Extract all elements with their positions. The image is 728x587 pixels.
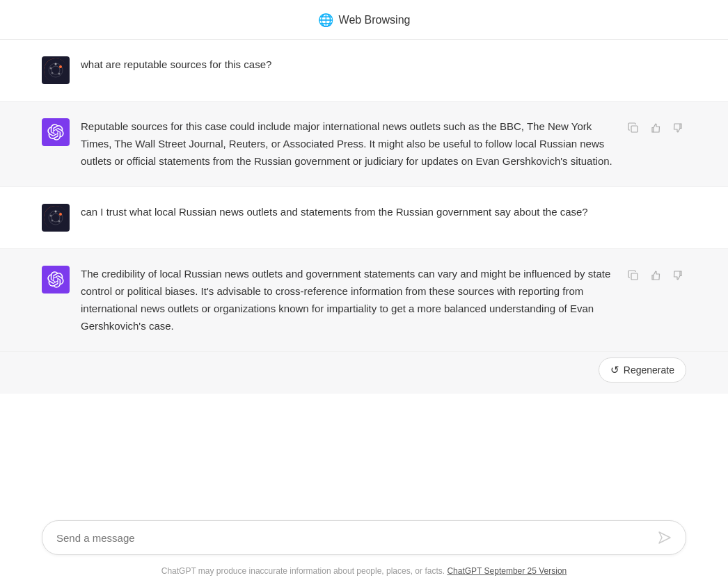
thumbdown-button-2[interactable] bbox=[670, 267, 686, 284]
thumbup-button-1[interactable] bbox=[647, 120, 664, 136]
svg-point-16 bbox=[52, 220, 54, 222]
user-message-2: can I trust what local Russian news outl… bbox=[0, 187, 728, 249]
regenerate-row: ↺ Regenerate bbox=[0, 352, 728, 394]
svg-point-7 bbox=[52, 72, 54, 74]
user-message-2-text: can I trust what local Russian news outl… bbox=[81, 204, 651, 221]
svg-point-13 bbox=[55, 211, 57, 213]
thumbdown-button-1[interactable] bbox=[670, 120, 686, 136]
assistant-avatar-1 bbox=[42, 118, 70, 146]
input-wrapper bbox=[42, 520, 686, 555]
send-button[interactable] bbox=[658, 531, 672, 545]
footer-version-link[interactable]: ChatGPT September 25 Version bbox=[447, 566, 567, 576]
svg-point-12 bbox=[59, 213, 62, 216]
svg-rect-17 bbox=[631, 273, 638, 280]
input-area bbox=[0, 509, 728, 561]
footer: ChatGPT may produce inaccurate informati… bbox=[0, 561, 728, 587]
assistant-message-1-actions bbox=[625, 120, 686, 136]
header: 🌐 Web Browsing bbox=[0, 0, 728, 40]
svg-point-15 bbox=[58, 220, 61, 223]
copy-button-1[interactable] bbox=[625, 120, 642, 136]
svg-rect-8 bbox=[631, 126, 638, 132]
thumbup-button-2[interactable] bbox=[647, 267, 664, 284]
svg-point-6 bbox=[58, 73, 61, 75]
svg-point-14 bbox=[50, 215, 52, 217]
user-message-1: what are reputable sources for this case… bbox=[0, 40, 728, 102]
assistant-message-1-text: Reputable sources for this case could in… bbox=[81, 118, 614, 170]
user-avatar-1 bbox=[42, 56, 70, 84]
assistant-avatar-2 bbox=[42, 266, 70, 294]
globe-icon: 🌐 bbox=[318, 13, 333, 28]
user-avatar-2 bbox=[42, 204, 70, 232]
message-input[interactable] bbox=[56, 532, 658, 544]
assistant-message-2-actions bbox=[625, 267, 686, 284]
svg-point-0 bbox=[44, 58, 68, 82]
chat-container: what are reputable sources for this case… bbox=[0, 40, 728, 509]
assistant-message-2-text: The credibility of local Russian news ou… bbox=[81, 266, 614, 335]
assistant-message-2: The credibility of local Russian news ou… bbox=[0, 249, 728, 352]
assistant-message-1: Reputable sources for this case could in… bbox=[0, 102, 728, 187]
regenerate-button[interactable]: ↺ Regenerate bbox=[599, 357, 686, 383]
regenerate-icon: ↺ bbox=[610, 364, 619, 376]
svg-point-4 bbox=[55, 63, 57, 65]
svg-point-9 bbox=[44, 206, 68, 230]
regenerate-label: Regenerate bbox=[624, 364, 674, 376]
footer-disclaimer: ChatGPT may produce inaccurate informati… bbox=[161, 566, 445, 576]
copy-button-2[interactable] bbox=[625, 267, 642, 284]
svg-point-5 bbox=[50, 67, 52, 70]
user-message-1-text: what are reputable sources for this case… bbox=[81, 56, 651, 74]
header-title: Web Browsing bbox=[339, 14, 411, 26]
svg-point-3 bbox=[59, 65, 62, 68]
